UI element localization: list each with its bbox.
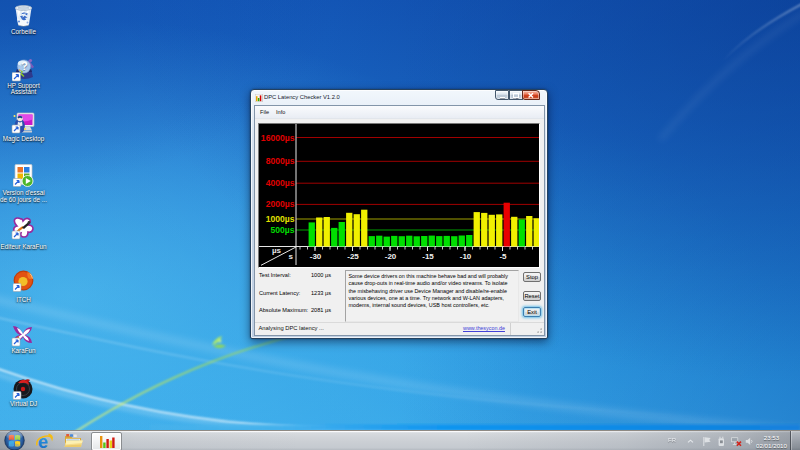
svg-text:16000µs: 16000µs [260, 132, 294, 142]
svg-text:8000µs: 8000µs [265, 156, 294, 166]
svg-text:s: s [288, 252, 293, 261]
svg-text:-5: -5 [499, 252, 507, 261]
svg-text:500µs: 500µs [270, 225, 294, 235]
svg-text:-10: -10 [459, 252, 471, 261]
svg-text:-20: -20 [384, 252, 396, 261]
svg-text:-30: -30 [309, 252, 321, 261]
svg-text:e: e [38, 432, 48, 450]
svg-text:-15: -15 [422, 252, 434, 261]
svg-text:µs: µs [272, 246, 282, 255]
svg-text:1000µs: 1000µs [265, 214, 294, 224]
svg-text:4000µs: 4000µs [265, 178, 294, 188]
svg-text:?: ? [21, 60, 28, 72]
svg-text:2000µs: 2000µs [265, 199, 294, 209]
svg-text:-25: -25 [347, 252, 359, 261]
